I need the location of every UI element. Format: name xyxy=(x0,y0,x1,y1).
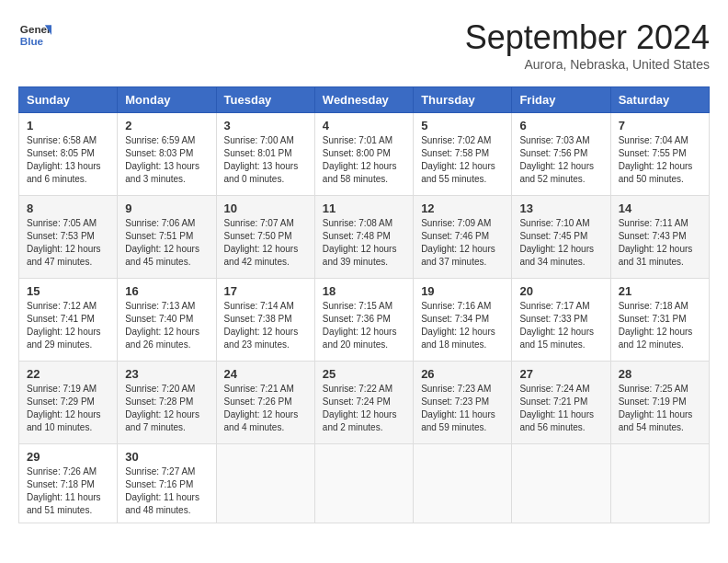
header-monday: Monday xyxy=(118,87,216,113)
day-number: 21 xyxy=(619,284,701,298)
cell-w1-d6: 6 Sunrise: 7:03 AM Sunset: 7:56 PM Dayli… xyxy=(512,113,610,196)
day-info: Sunrise: 7:00 AM Sunset: 8:01 PM Dayligh… xyxy=(224,134,307,186)
calendar-table: Sunday Monday Tuesday Wednesday Thursday… xyxy=(18,86,710,523)
day-info: Sunrise: 7:08 AM Sunset: 7:48 PM Dayligh… xyxy=(323,217,405,269)
cell-w2-d3: 10 Sunrise: 7:07 AM Sunset: 7:50 PM Dayl… xyxy=(216,196,314,279)
header-sunday: Sunday xyxy=(19,87,118,113)
header: General Blue September 2024 Aurora, Nebr… xyxy=(18,18,710,72)
cell-w5-d7 xyxy=(610,444,709,523)
day-number: 3 xyxy=(224,119,307,132)
day-info: Sunrise: 7:27 AM Sunset: 7:16 PM Dayligh… xyxy=(125,465,208,517)
svg-text:Blue: Blue xyxy=(20,35,44,47)
day-number: 16 xyxy=(125,284,208,298)
day-info: Sunrise: 7:09 AM Sunset: 7:46 PM Dayligh… xyxy=(421,217,504,269)
cell-w3-d1: 15 Sunrise: 7:12 AM Sunset: 7:41 PM Dayl… xyxy=(19,279,118,362)
day-number: 2 xyxy=(125,119,208,132)
day-info: Sunrise: 7:01 AM Sunset: 8:00 PM Dayligh… xyxy=(323,134,405,186)
day-number: 17 xyxy=(224,284,307,298)
cell-w1-d3: 3 Sunrise: 7:00 AM Sunset: 8:01 PM Dayli… xyxy=(216,113,314,196)
day-number: 28 xyxy=(619,367,701,381)
day-number: 22 xyxy=(27,367,109,381)
day-number: 10 xyxy=(224,201,307,215)
day-number: 1 xyxy=(27,119,109,132)
cell-w3-d2: 16 Sunrise: 7:13 AM Sunset: 7:40 PM Dayl… xyxy=(118,279,216,362)
day-info: Sunrise: 6:58 AM Sunset: 8:05 PM Dayligh… xyxy=(27,134,109,186)
cell-w1-d1: 1 Sunrise: 6:58 AM Sunset: 8:05 PM Dayli… xyxy=(19,113,118,196)
cell-w1-d7: 7 Sunrise: 7:04 AM Sunset: 7:55 PM Dayli… xyxy=(610,113,709,196)
cell-w2-d5: 12 Sunrise: 7:09 AM Sunset: 7:46 PM Dayl… xyxy=(414,196,512,279)
day-number: 5 xyxy=(421,119,504,132)
day-info: Sunrise: 7:03 AM Sunset: 7:56 PM Dayligh… xyxy=(519,134,602,186)
cell-w3-d5: 19 Sunrise: 7:16 AM Sunset: 7:34 PM Dayl… xyxy=(414,279,512,362)
day-info: Sunrise: 7:21 AM Sunset: 7:26 PM Dayligh… xyxy=(224,383,307,434)
day-number: 6 xyxy=(519,119,602,132)
day-number: 8 xyxy=(27,201,109,215)
day-number: 9 xyxy=(125,201,208,215)
day-number: 19 xyxy=(421,284,504,298)
svg-text:General: General xyxy=(20,23,51,35)
day-number: 26 xyxy=(421,367,504,381)
day-number: 15 xyxy=(27,284,109,298)
cell-w5-d3 xyxy=(216,444,314,523)
weekday-header-row: Sunday Monday Tuesday Wednesday Thursday… xyxy=(19,87,710,113)
day-info: Sunrise: 7:04 AM Sunset: 7:55 PM Dayligh… xyxy=(619,134,701,186)
day-number: 14 xyxy=(619,201,701,215)
cell-w4-d3: 24 Sunrise: 7:21 AM Sunset: 7:26 PM Dayl… xyxy=(216,362,314,444)
week-row-4: 22 Sunrise: 7:19 AM Sunset: 7:29 PM Dayl… xyxy=(19,362,710,444)
day-number: 18 xyxy=(323,284,405,298)
cell-w2-d1: 8 Sunrise: 7:05 AM Sunset: 7:53 PM Dayli… xyxy=(19,196,118,279)
logo-icon: General Blue xyxy=(18,18,51,52)
day-number: 27 xyxy=(519,367,602,381)
day-info: Sunrise: 7:13 AM Sunset: 7:40 PM Dayligh… xyxy=(125,300,208,351)
cell-w3-d6: 20 Sunrise: 7:17 AM Sunset: 7:33 PM Dayl… xyxy=(512,279,610,362)
cell-w5-d2: 30 Sunrise: 7:27 AM Sunset: 7:16 PM Dayl… xyxy=(118,444,216,523)
day-number: 29 xyxy=(27,450,109,464)
cell-w1-d4: 4 Sunrise: 7:01 AM Sunset: 8:00 PM Dayli… xyxy=(314,113,413,196)
logo: General Blue xyxy=(18,18,51,52)
cell-w5-d5 xyxy=(414,444,512,523)
cell-w5-d6 xyxy=(512,444,610,523)
day-info: Sunrise: 7:26 AM Sunset: 7:18 PM Dayligh… xyxy=(27,465,109,517)
day-info: Sunrise: 7:22 AM Sunset: 7:24 PM Dayligh… xyxy=(323,383,405,434)
header-wednesday: Wednesday xyxy=(314,87,413,113)
day-number: 25 xyxy=(323,367,405,381)
day-info: Sunrise: 7:20 AM Sunset: 7:28 PM Dayligh… xyxy=(125,383,208,434)
cell-w3-d4: 18 Sunrise: 7:15 AM Sunset: 7:36 PM Dayl… xyxy=(314,279,413,362)
calendar-title: September 2024 xyxy=(465,18,710,57)
cell-w3-d7: 21 Sunrise: 7:18 AM Sunset: 7:31 PM Dayl… xyxy=(610,279,709,362)
week-row-3: 15 Sunrise: 7:12 AM Sunset: 7:41 PM Dayl… xyxy=(19,279,710,362)
cell-w3-d3: 17 Sunrise: 7:14 AM Sunset: 7:38 PM Dayl… xyxy=(216,279,314,362)
day-info: Sunrise: 7:12 AM Sunset: 7:41 PM Dayligh… xyxy=(27,300,109,351)
day-info: Sunrise: 7:10 AM Sunset: 7:45 PM Dayligh… xyxy=(519,217,602,269)
day-info: Sunrise: 6:59 AM Sunset: 8:03 PM Dayligh… xyxy=(125,134,208,186)
cell-w1-d5: 5 Sunrise: 7:02 AM Sunset: 7:58 PM Dayli… xyxy=(414,113,512,196)
day-info: Sunrise: 7:18 AM Sunset: 7:31 PM Dayligh… xyxy=(619,300,701,351)
week-row-2: 8 Sunrise: 7:05 AM Sunset: 7:53 PM Dayli… xyxy=(19,196,710,279)
week-row-1: 1 Sunrise: 6:58 AM Sunset: 8:05 PM Dayli… xyxy=(19,113,710,196)
day-number: 11 xyxy=(323,201,405,215)
cell-w2-d6: 13 Sunrise: 7:10 AM Sunset: 7:45 PM Dayl… xyxy=(512,196,610,279)
day-info: Sunrise: 7:07 AM Sunset: 7:50 PM Dayligh… xyxy=(224,217,307,269)
day-info: Sunrise: 7:14 AM Sunset: 7:38 PM Dayligh… xyxy=(224,300,307,351)
cell-w4-d6: 27 Sunrise: 7:24 AM Sunset: 7:21 PM Dayl… xyxy=(512,362,610,444)
day-info: Sunrise: 7:11 AM Sunset: 7:43 PM Dayligh… xyxy=(619,217,701,269)
cell-w5-d1: 29 Sunrise: 7:26 AM Sunset: 7:18 PM Dayl… xyxy=(19,444,118,523)
day-info: Sunrise: 7:17 AM Sunset: 7:33 PM Dayligh… xyxy=(519,300,602,351)
day-number: 30 xyxy=(125,450,208,464)
day-number: 13 xyxy=(519,201,602,215)
cell-w5-d4 xyxy=(314,444,413,523)
week-row-5: 29 Sunrise: 7:26 AM Sunset: 7:18 PM Dayl… xyxy=(19,444,710,523)
header-saturday: Saturday xyxy=(610,87,709,113)
day-info: Sunrise: 7:25 AM Sunset: 7:19 PM Dayligh… xyxy=(619,383,701,434)
cell-w4-d2: 23 Sunrise: 7:20 AM Sunset: 7:28 PM Dayl… xyxy=(118,362,216,444)
header-friday: Friday xyxy=(512,87,610,113)
day-number: 4 xyxy=(323,119,405,132)
cell-w4-d4: 25 Sunrise: 7:22 AM Sunset: 7:24 PM Dayl… xyxy=(314,362,413,444)
day-info: Sunrise: 7:23 AM Sunset: 7:23 PM Dayligh… xyxy=(421,383,504,434)
day-info: Sunrise: 7:15 AM Sunset: 7:36 PM Dayligh… xyxy=(323,300,405,351)
day-number: 24 xyxy=(224,367,307,381)
header-thursday: Thursday xyxy=(414,87,512,113)
day-number: 20 xyxy=(519,284,602,298)
cell-w2-d7: 14 Sunrise: 7:11 AM Sunset: 7:43 PM Dayl… xyxy=(610,196,709,279)
day-info: Sunrise: 7:05 AM Sunset: 7:53 PM Dayligh… xyxy=(27,217,109,269)
